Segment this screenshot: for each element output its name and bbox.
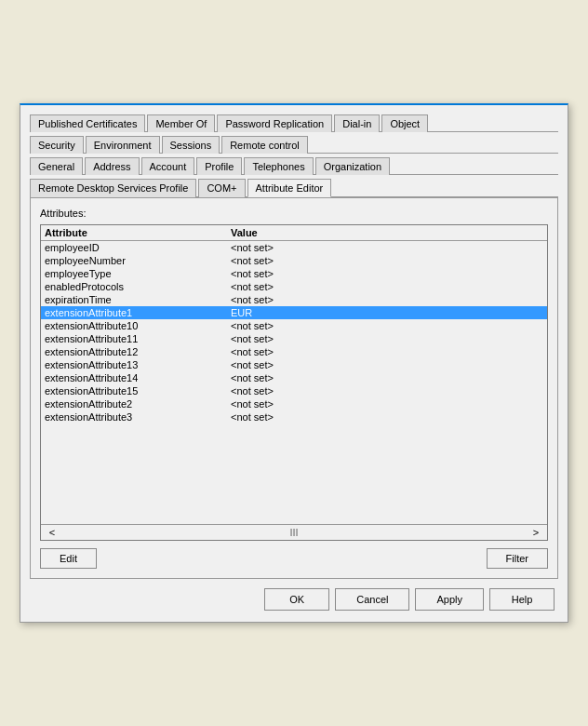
attributes-label: Attributes:	[40, 208, 548, 219]
help-button[interactable]: Help	[489, 588, 555, 611]
apply-button[interactable]: Apply	[415, 588, 484, 611]
tab-row-1: Published Certificates Member Of Passwor…	[30, 114, 558, 132]
tab-remote-desktop[interactable]: Remote Desktop Services Profile	[30, 179, 196, 197]
table-row[interactable]: extensionAttribute11<not set>	[41, 332, 547, 345]
tab-com-plus[interactable]: COM+	[198, 179, 245, 197]
scroll-left-arrow[interactable]: <	[45, 527, 60, 538]
row-attribute: extensionAttribute12	[45, 346, 231, 357]
table-main: Attribute Value employeeID<not set>emplo…	[41, 225, 547, 540]
table-row[interactable]: enabledProtocols<not set>	[41, 280, 547, 293]
table-row[interactable]: extensionAttribute14<not set>	[41, 371, 547, 384]
table-row[interactable]: expirationTime<not set>	[41, 293, 547, 306]
tab-sessions[interactable]: Sessions	[162, 136, 220, 154]
row-value: <not set>	[231, 346, 543, 357]
edit-filter-buttons: Edit Filter	[40, 548, 548, 569]
row-value: <not set>	[231, 411, 543, 423]
table-row[interactable]: extensionAttribute1EUR	[41, 306, 547, 319]
row-attribute: extensionAttribute11	[45, 333, 231, 344]
tab-remote-control[interactable]: Remote control	[221, 136, 308, 154]
table-row[interactable]: extensionAttribute10<not set>	[41, 319, 547, 332]
row-attribute: enabledProtocols	[45, 281, 231, 292]
row-value: <not set>	[231, 320, 543, 331]
tab-environment[interactable]: Environment	[86, 136, 160, 154]
tabs-container: Published Certificates Member Of Passwor…	[26, 111, 562, 197]
table-row[interactable]: extensionAttribute15<not set>	[41, 384, 547, 397]
row-value: <not set>	[231, 398, 543, 410]
cancel-button[interactable]: Cancel	[335, 588, 409, 611]
tab-row-4-container: Remote Desktop Services Profile COM+ Att…	[26, 175, 562, 197]
scroll-right-arrow[interactable]: >	[528, 527, 543, 538]
table-row[interactable]: extensionAttribute2<not set>	[41, 397, 547, 410]
row-value: <not set>	[231, 385, 543, 397]
row-value: <not set>	[231, 281, 543, 292]
scroll-footer-middle: III	[60, 527, 528, 538]
row-attribute: extensionAttribute14	[45, 372, 231, 383]
tab-row-4: Remote Desktop Services Profile COM+ Att…	[30, 179, 558, 197]
tab-password-replication[interactable]: Password Replication	[217, 114, 332, 132]
tab-profile[interactable]: Profile	[196, 157, 242, 175]
table-row[interactable]: employeeType<not set>	[41, 267, 547, 280]
row-value: <not set>	[231, 372, 543, 383]
row-attribute: extensionAttribute13	[45, 359, 231, 370]
row-attribute: extensionAttribute3	[45, 411, 231, 423]
row-attribute: extensionAttribute15	[45, 385, 231, 397]
table-header: Attribute Value	[41, 225, 547, 241]
row-attribute: extensionAttribute2	[45, 398, 231, 410]
tab-address[interactable]: Address	[85, 157, 139, 175]
row-value: <not set>	[231, 268, 543, 279]
row-attribute: extensionAttribute1	[45, 307, 231, 318]
tab-row-3-container: General Address Account Profile Telephon…	[26, 154, 562, 175]
main-dialog: Published Certificates Member Of Passwor…	[20, 103, 568, 623]
attributes-table: Attribute Value employeeID<not set>emplo…	[40, 224, 548, 541]
tab-general[interactable]: General	[30, 157, 83, 175]
row-attribute: expirationTime	[45, 294, 231, 305]
tab-organization[interactable]: Organization	[315, 157, 390, 175]
row-value: <not set>	[231, 255, 543, 266]
row-value: EUR	[231, 307, 543, 318]
table-row[interactable]: extensionAttribute12<not set>	[41, 345, 547, 358]
col-header-attribute: Attribute	[45, 227, 231, 238]
row-value: <not set>	[231, 294, 543, 305]
tab-row-2: Security Environment Sessions Remote con…	[30, 136, 558, 154]
row-attribute: extensionAttribute10	[45, 320, 231, 331]
table-row[interactable]: employeeID<not set>	[41, 241, 547, 254]
table-row[interactable]: extensionAttribute13<not set>	[41, 358, 547, 371]
edit-button[interactable]: Edit	[40, 548, 97, 569]
ok-button[interactable]: OK	[264, 588, 329, 611]
filter-button[interactable]: Filter	[487, 548, 548, 569]
tab-object[interactable]: Object	[381, 114, 428, 132]
table-footer: < III >	[41, 524, 547, 540]
tab-security[interactable]: Security	[30, 136, 84, 154]
table-row[interactable]: extensionAttribute3<not set>	[41, 410, 547, 424]
tab-row-1-container: Published Certificates Member Of Passwor…	[26, 111, 562, 132]
col-header-value: Value	[231, 227, 543, 238]
tab-row-3: General Address Account Profile Telephon…	[30, 157, 558, 175]
row-attribute: employeeNumber	[45, 255, 231, 266]
bottom-buttons: OK Cancel Apply Help	[26, 579, 562, 616]
row-value: <not set>	[231, 242, 543, 253]
table-row[interactable]: employeeNumber<not set>	[41, 254, 547, 267]
row-value: <not set>	[231, 333, 543, 344]
tab-attribute-editor[interactable]: Attribute Editor	[247, 179, 332, 197]
table-body[interactable]: employeeID<not set>employeeNumber<not se…	[41, 241, 547, 524]
tab-telephones[interactable]: Telephones	[244, 157, 313, 175]
tab-account[interactable]: Account	[141, 157, 195, 175]
row-value: <not set>	[231, 359, 543, 370]
tab-member-of[interactable]: Member Of	[147, 114, 215, 132]
row-attribute: employeeType	[45, 268, 231, 279]
tab-row-2-container: Security Environment Sessions Remote con…	[26, 132, 562, 154]
tab-dial-in[interactable]: Dial-in	[334, 114, 380, 132]
content-area: Attributes: Attribute Value employeeID<n…	[30, 197, 558, 579]
row-attribute: employeeID	[45, 242, 231, 253]
tab-published-certificates[interactable]: Published Certificates	[30, 114, 145, 132]
